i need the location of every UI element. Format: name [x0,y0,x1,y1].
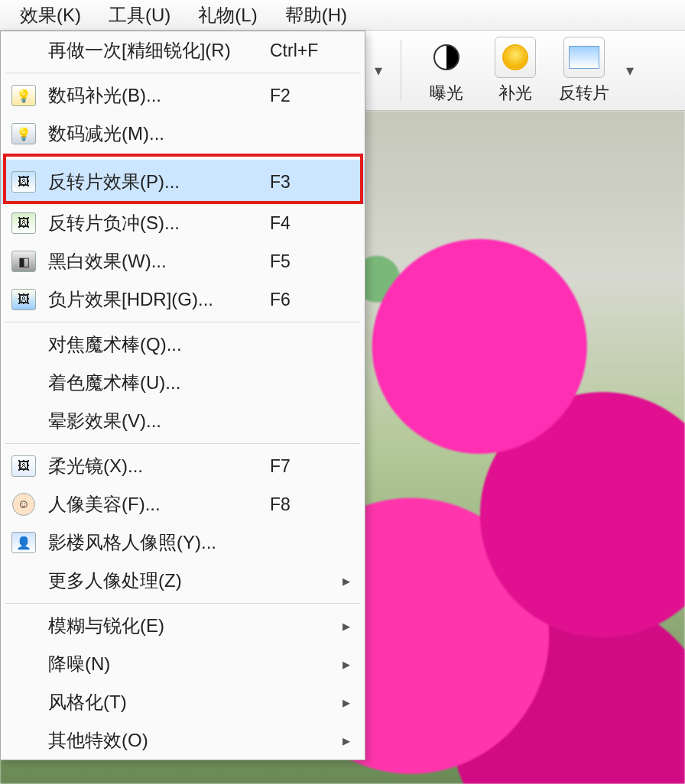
menu-separator [5,443,360,444]
menu-item-studio-portrait[interactable]: 👤 影楼风格人像照(Y)... [1,523,365,562]
menu-item-label: 人像美容(F)... [48,492,270,517]
menu-item-label: 数码减光(M)... [48,121,270,146]
menu-item-label: 对焦魔术棒(Q)... [48,332,270,357]
menu-item-label: 模糊与锐化(E) [48,614,270,638]
menubar: 效果(K) 工具(U) 礼物(L) 帮助(H) [0,0,685,31]
menu-item-stylize[interactable]: 风格化(T) ▸ [1,683,365,721]
menu-help-label: 帮助(H) [285,5,347,25]
negative-icon: 🖼 [8,286,39,313]
menu-separator [5,156,360,157]
tool-reversal-label: 反转片 [559,82,609,105]
toolbar-separator [401,40,401,101]
menu-item-label: 再做一次[精细锐化](R) [48,38,270,63]
menu-item-vignette[interactable]: 晕影效果(V)... [1,402,365,440]
reversal-effect-icon: 🖼 [8,168,39,196]
menu-item-label: 负片效果[HDR](G)... [48,287,270,312]
exposure-icon [425,36,468,79]
blank-icon [8,331,39,358]
blank-icon [8,567,39,594]
menu-item-label: 反转片效果(P)... [48,170,270,194]
crossprocess-icon: 🖼 [8,209,39,237]
menu-item-shortcut: F7 [270,456,339,477]
submenu-arrow-icon: ▸ [339,572,354,590]
menu-item-reversal-crossprocess[interactable]: 🖼 反转片负冲(S)... F4 [1,204,365,242]
menu-item-reversal-effect[interactable]: 🖼 反转片效果(P)... F3 [1,160,365,204]
blank-icon [8,37,39,64]
submenu-arrow-icon: ▸ [339,617,354,635]
effects-dropdown: 再做一次[精细锐化](R) Ctrl+F 💡 数码补光(B)... F2 💡 数… [0,31,365,760]
blank-icon [8,407,39,435]
menu-item-shortcut: F6 [270,290,339,310]
menu-separator [5,603,360,604]
menu-item-digital-dim[interactable]: 💡 数码减光(M)... [1,115,365,153]
menu-tools-label: 工具(U) [109,5,170,25]
menu-item-shortcut: Ctrl+F [270,40,339,61]
blank-icon [8,369,39,397]
person-icon: 👤 [8,529,39,556]
submenu-arrow-icon: ▸ [339,731,354,750]
menu-item-label: 影楼风格人像照(Y)... [48,530,270,555]
submenu-arrow-icon: ▸ [339,655,354,673]
tool-exposure-label: 曝光 [430,82,463,105]
menu-item-label: 降噪(N) [48,652,270,676]
toolbar-dropdown-arrow-2[interactable]: ▾ [618,61,641,79]
menu-item-shortcut: F8 [270,494,339,515]
menu-item-label: 数码补光(B)... [48,83,270,108]
tool-exposure[interactable]: 曝光 [412,34,481,107]
menu-gifts-label: 礼物(L) [198,5,257,25]
bw-icon: ◧ [8,248,39,275]
menu-item-bw-effect[interactable]: ◧ 黑白效果(W)... F5 [1,242,365,280]
menu-item-label: 着色魔术棒(U)... [48,371,270,395]
menu-gifts[interactable]: 礼物(L) [184,0,271,31]
menu-item-negative-hdr[interactable]: 🖼 负片效果[HDR](G)... F6 [1,280,365,319]
menu-item-shortcut: F2 [270,86,339,106]
menu-item-shortcut: F4 [270,213,339,234]
menu-effects-label: 效果(K) [20,5,81,25]
bulb-plus-icon: 💡 [8,82,39,109]
menu-item-label: 晕影效果(V)... [48,409,270,433]
menu-item-label: 反转片负冲(S)... [48,211,270,235]
blank-icon [8,727,39,754]
menu-effects[interactable]: 效果(K) [6,0,95,31]
menu-item-label: 黑白效果(W)... [48,249,270,274]
tool-fill-light[interactable]: 补光 [481,34,550,107]
blank-icon [8,612,39,640]
menu-item-other-fx[interactable]: 其他特效(O) ▸ [1,721,365,760]
reversal-icon [563,36,605,79]
menu-item-shortcut: F5 [270,251,339,272]
menu-separator [5,322,360,322]
menu-item-denoise[interactable]: 降噪(N) ▸ [1,645,365,683]
submenu-arrow-icon: ▸ [339,693,354,711]
menu-item-redo-fine-sharpen[interactable]: 再做一次[精细锐化](R) Ctrl+F [1,31,365,70]
blank-icon [8,688,39,716]
fill-light-icon [494,36,537,79]
menu-item-blur-sharpen[interactable]: 模糊与锐化(E) ▸ [1,607,365,645]
bulb-minus-icon: 💡 [8,120,39,147]
menu-item-color-wand[interactable]: 着色魔术棒(U)... [1,364,365,402]
menu-item-more-portrait[interactable]: 更多人像处理(Z) ▸ [1,562,365,600]
menu-item-label: 更多人像处理(Z) [48,569,270,593]
face-icon: ☺ [8,491,39,518]
menu-help[interactable]: 帮助(H) [271,0,361,31]
menu-tools[interactable]: 工具(U) [95,0,184,31]
menu-item-digital-fill-light[interactable]: 💡 数码补光(B)... F2 [1,76,365,115]
menu-item-soft-lens[interactable]: 🖼 柔光镜(X)... F7 [1,447,365,485]
menu-item-label: 柔光镜(X)... [48,454,270,478]
app-window: 效果(K) 工具(U) 礼物(L) 帮助(H) ▾ 曝光 补光 反转片 ▾ 再做… [0,0,685,784]
menu-item-portrait-beauty[interactable]: ☺ 人像美容(F)... F8 [1,485,365,523]
menu-item-label: 其他特效(O) [48,728,270,753]
toolbar-dropdown-arrow[interactable]: ▾ [367,61,390,79]
soft-lens-icon: 🖼 [8,452,39,480]
tool-fill-light-label: 补光 [498,82,532,105]
tool-reversal[interactable]: 反转片 [550,34,618,107]
menu-separator [5,73,360,73]
menu-item-shortcut: F3 [270,172,339,193]
menu-item-label: 风格化(T) [48,690,270,714]
blank-icon [8,650,39,678]
menu-item-focus-wand[interactable]: 对焦魔术棒(Q)... [1,326,365,364]
